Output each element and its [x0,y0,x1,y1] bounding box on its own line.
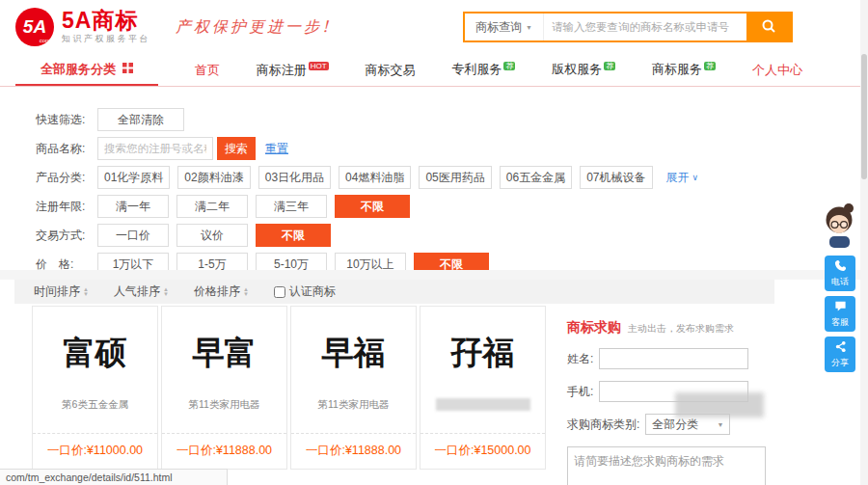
share-button[interactable]: 分享 [825,337,855,372]
buy-form-subtitle: 主动出击，发布求购需求 [628,322,734,336]
product-card[interactable]: 富硕 第6类五金金属 一口价:¥11000.00 [32,306,158,470]
years-filter-label: 注册年限: [36,199,97,215]
filter-search-button[interactable]: 搜索 [217,137,256,160]
product-name-input[interactable] [97,137,213,160]
buy-category-label: 求购商标类别: [567,417,639,433]
nav-menu: 首页 商标注册HOT 商标交易 专利服务荐 版权服务荐 商标服务荐 个人中心 [158,54,868,86]
logo-badge: 5A com [15,8,54,46]
all-services-label: 全部服务分类 [41,61,116,78]
nav-item-label: 商标注册 [257,63,307,77]
years-option[interactable]: 满三年 [256,195,327,218]
all-services-menu[interactable]: 全部服务分类 [15,54,158,86]
obscured-trademark-class [436,398,530,411]
category-option[interactable]: 07机械设备 [580,166,652,189]
header-search-box: 商标查询 ▼ [463,12,793,42]
buy-form-header: 商标求购 主动出击，发布求购需求 [567,319,767,337]
trade-filter-label: 交易方式: [36,228,97,244]
nav-item-trademark-service[interactable]: 商标服务荐 [652,61,716,78]
category-option[interactable]: 03日化用品 [258,166,331,189]
page-scrollbar[interactable] [860,0,868,485]
search-category-dropdown[interactable]: 商标查询 ▼ [465,13,544,40]
demand-textarea[interactable] [567,446,766,485]
verified-trademark-filter: 认证商标 [274,283,336,300]
share-icon [834,340,847,355]
name-field-label: 姓名: [567,351,593,367]
buy-form-name-row: 姓名: [567,348,767,369]
trade-option-selected[interactable]: 不限 [256,224,331,247]
header-search-button[interactable] [746,13,791,40]
trade-option[interactable]: 一口价 [97,224,169,247]
trademark-class: 第11类家用电器 [189,398,260,412]
sort-by-price[interactable]: 价格排序 ▲▼ [194,283,249,300]
years-option[interactable]: 满一年 [97,195,169,218]
recommend-badge: 荐 [604,62,615,70]
trademark-name: 早福 [322,332,386,375]
logo-subtitle: 知识产权服务平台 [62,33,150,45]
product-card[interactable]: 孖福 一口价:¥15000.00 [420,306,546,470]
customer-service-button[interactable]: 客服 [825,296,855,332]
nav-item-label: 专利服务 [451,63,502,77]
trademark-class: 第11类家用电器 [318,398,390,412]
clear-all-button[interactable]: 全部清除 [97,108,184,131]
expand-categories-link[interactable]: 展开 ∨ [666,170,699,186]
price-label: 一口价: [47,444,87,457]
nav-item-label: 商标服务 [652,63,702,77]
quick-filter-label: 快速筛选: [36,112,97,128]
category-option[interactable]: 01化学原料 [97,166,170,189]
price-row: 一口价:¥11888.00 [162,433,286,469]
sort-by-time[interactable]: 时间排序 ▲▼ [34,283,89,300]
years-option[interactable]: 满二年 [176,195,248,218]
product-name-label: 商品名称: [36,141,97,157]
sort-arrows-icon: ▲▼ [243,287,249,297]
trade-option[interactable]: 议价 [176,224,248,247]
phone-contact-button[interactable]: 电话 [825,256,855,291]
header: 5A com 5A商标 知识产权服务平台 产权保护更进一步! 商标查询 ▼ [0,0,868,54]
buy-category-value: 全部分类 [652,417,698,433]
nav-item-patent-service[interactable]: 专利服务荐 [451,61,515,78]
logo-title: 5A商标 [62,9,150,32]
price-value: ¥15000.00 [474,444,530,457]
trademark-name: 孖福 [451,332,515,375]
header-search-input[interactable] [544,13,746,40]
price-row: 一口价:¥11888.00 [291,433,416,469]
nav-item-trademark-trade[interactable]: 商标交易 [366,62,416,79]
sort-label: 时间排序 [34,283,80,300]
customer-service-label: 客服 [831,316,849,329]
sort-label: 价格排序 [194,283,240,300]
reset-link[interactable]: 重置 [265,141,288,157]
main-nav: 全部服务分类 首页 商标注册HOT 商标交易 专利服务荐 版权服务荐 商标服务荐… [0,54,868,87]
site-logo[interactable]: 5A com 5A商标 知识产权服务平台 [15,8,150,46]
years-option-selected[interactable]: 不限 [335,195,410,218]
service-avatar [821,202,859,251]
chevron-down-icon: ▼ [717,421,723,428]
category-option[interactable]: 04燃料油脂 [339,166,411,189]
price-label: 一口价: [434,444,474,457]
price-value: ¥11888.00 [345,444,401,457]
product-card[interactable]: 早福 第11类家用电器 一口价:¥11888.00 [290,306,417,470]
verified-trademark-checkbox[interactable] [274,286,285,298]
nav-item-label: 版权服务 [552,63,602,77]
phone-icon [834,259,847,274]
phone-button-label: 电话 [831,276,849,288]
trademark-name: 富硕 [64,332,127,375]
filter-row-name: 商品名称: 搜索 重置 [36,137,832,160]
chevron-down-icon: ▼ [526,24,532,31]
page: 5A com 5A商标 知识产权服务平台 产权保护更进一步! 商标查询 ▼ [0,0,868,485]
nav-item-personal-center[interactable]: 个人中心 [752,62,802,79]
hot-badge: HOT [309,62,329,70]
logo-badge-sub: com [40,38,50,43]
category-option[interactable]: 02颜料油漆 [177,166,250,189]
sort-by-popularity[interactable]: 人气排序 ▲▼ [114,283,169,300]
price-label: 一口价: [306,444,345,457]
nav-item-home[interactable]: 首页 [195,62,220,79]
filter-row-quick: 快速筛选: 全部清除 [36,108,832,131]
nav-item-copyright-service[interactable]: 版权服务荐 [552,61,615,78]
name-field[interactable] [599,348,748,369]
product-card[interactable]: 早富 第11类家用电器 一口价:¥11888.00 [161,306,287,470]
nav-item-trademark-register[interactable]: 商标注册HOT [257,62,329,79]
filter-row-years: 注册年限: 满一年 满二年 满三年 不限 [36,195,832,218]
category-option[interactable]: 06五金金属 [500,166,572,189]
scrollbar-thumb[interactable] [861,54,867,179]
expand-label: 展开 [666,170,690,186]
category-option[interactable]: 05医用药品 [419,166,491,189]
